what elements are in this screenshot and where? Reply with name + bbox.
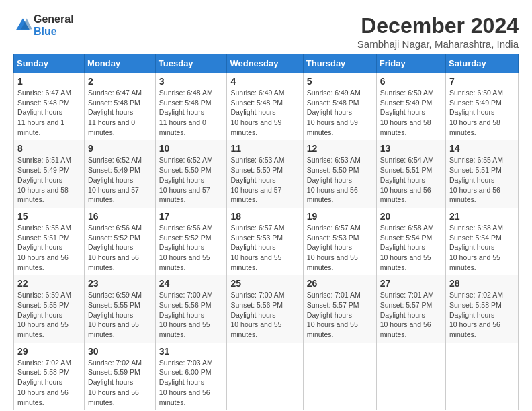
day-info: Sunrise: 6:58 AMSunset: 5:54 PMDaylight …	[380, 223, 442, 272]
day-cell-5: 5Sunrise: 6:49 AMSunset: 5:48 PMDaylight…	[303, 73, 376, 140]
day-number: 27	[380, 278, 442, 289]
day-cell-21: 21Sunrise: 6:58 AMSunset: 5:54 PMDayligh…	[446, 208, 519, 275]
day-number: 16	[88, 211, 152, 222]
day-info: Sunrise: 6:57 AMSunset: 5:53 PMDaylight …	[230, 223, 299, 272]
day-info: Sunrise: 7:02 AMSunset: 5:58 PMDaylight …	[449, 290, 515, 339]
week-row-1: 1Sunrise: 6:47 AMSunset: 5:48 PMDaylight…	[14, 73, 519, 140]
day-number: 24	[159, 278, 224, 289]
header-thursday: Thursday	[303, 54, 376, 73]
header-friday: Friday	[376, 54, 445, 73]
day-info: Sunrise: 7:02 AMSunset: 5:58 PMDaylight …	[17, 358, 81, 407]
month-title: December 2024	[357, 13, 519, 38]
day-cell-15: 15Sunrise: 6:55 AMSunset: 5:51 PMDayligh…	[14, 208, 85, 275]
day-number: 1	[17, 76, 81, 87]
calendar-container: General Blue December 2024 Sambhaji Naga…	[13, 13, 519, 410]
day-cell-29: 29Sunrise: 7:02 AMSunset: 5:58 PMDayligh…	[14, 342, 85, 410]
day-cell-19: 19Sunrise: 6:57 AMSunset: 5:53 PMDayligh…	[303, 208, 376, 275]
day-info: Sunrise: 6:52 AMSunset: 5:49 PMDaylight …	[88, 155, 152, 204]
day-number: 13	[380, 143, 442, 154]
week-row-5: 29Sunrise: 7:02 AMSunset: 5:58 PMDayligh…	[14, 342, 519, 410]
day-number: 6	[380, 76, 442, 87]
logo-icon	[13, 16, 32, 35]
day-number: 19	[307, 211, 373, 222]
calendar-header-row: SundayMondayTuesdayWednesdayThursdayFrid…	[14, 54, 519, 73]
week-row-4: 22Sunrise: 6:59 AMSunset: 5:55 PMDayligh…	[14, 275, 519, 342]
day-number: 5	[307, 76, 373, 87]
day-cell-14: 14Sunrise: 6:55 AMSunset: 5:51 PMDayligh…	[446, 140, 519, 208]
day-number: 25	[230, 278, 299, 289]
day-number: 2	[88, 76, 152, 87]
day-number: 8	[17, 143, 81, 154]
day-cell-1: 1Sunrise: 6:47 AMSunset: 5:48 PMDaylight…	[14, 73, 85, 140]
day-cell-9: 9Sunrise: 6:52 AMSunset: 5:49 PMDaylight…	[85, 140, 156, 208]
day-info: Sunrise: 6:49 AMSunset: 5:48 PMDaylight …	[230, 88, 299, 137]
day-info: Sunrise: 6:56 AMSunset: 5:52 PMDaylight …	[88, 223, 152, 272]
day-cell-27: 27Sunrise: 7:01 AMSunset: 5:57 PMDayligh…	[376, 275, 445, 342]
day-cell-12: 12Sunrise: 6:53 AMSunset: 5:50 PMDayligh…	[303, 140, 376, 208]
day-info: Sunrise: 6:53 AMSunset: 5:50 PMDaylight …	[307, 155, 373, 204]
logo-general: General	[34, 13, 74, 26]
day-cell-20: 20Sunrise: 6:58 AMSunset: 5:54 PMDayligh…	[376, 208, 445, 275]
day-info: Sunrise: 6:57 AMSunset: 5:53 PMDaylight …	[307, 223, 373, 272]
day-info: Sunrise: 6:52 AMSunset: 5:50 PMDaylight …	[159, 155, 224, 204]
header-saturday: Saturday	[446, 54, 519, 73]
day-cell-2: 2Sunrise: 6:47 AMSunset: 5:48 PMDaylight…	[85, 73, 156, 140]
day-number: 22	[17, 278, 81, 289]
day-cell-empty	[303, 342, 376, 410]
day-cell-26: 26Sunrise: 7:01 AMSunset: 5:57 PMDayligh…	[303, 275, 376, 342]
day-number: 23	[88, 278, 152, 289]
day-number: 17	[159, 211, 224, 222]
day-info: Sunrise: 7:01 AMSunset: 5:57 PMDaylight …	[380, 290, 442, 339]
day-info: Sunrise: 7:03 AMSunset: 6:00 PMDaylight …	[159, 358, 224, 407]
day-cell-18: 18Sunrise: 6:57 AMSunset: 5:53 PMDayligh…	[227, 208, 303, 275]
day-info: Sunrise: 6:47 AMSunset: 5:48 PMDaylight …	[88, 88, 152, 137]
day-info: Sunrise: 7:00 AMSunset: 5:56 PMDaylight …	[159, 290, 224, 339]
day-info: Sunrise: 7:02 AMSunset: 5:59 PMDaylight …	[88, 358, 152, 407]
day-cell-8: 8Sunrise: 6:51 AMSunset: 5:49 PMDaylight…	[14, 140, 85, 208]
day-number: 18	[230, 211, 299, 222]
header-monday: Monday	[85, 54, 156, 73]
day-number: 21	[449, 211, 515, 222]
day-number: 29	[17, 346, 81, 357]
day-info: Sunrise: 6:55 AMSunset: 5:51 PMDaylight …	[449, 155, 515, 204]
day-cell-6: 6Sunrise: 6:50 AMSunset: 5:49 PMDaylight…	[376, 73, 445, 140]
day-cell-25: 25Sunrise: 7:00 AMSunset: 5:56 PMDayligh…	[227, 275, 303, 342]
day-cell-10: 10Sunrise: 6:52 AMSunset: 5:50 PMDayligh…	[155, 140, 227, 208]
day-number: 9	[88, 143, 152, 154]
day-number: 31	[159, 346, 224, 357]
day-cell-28: 28Sunrise: 7:02 AMSunset: 5:58 PMDayligh…	[446, 275, 519, 342]
day-number: 14	[449, 143, 515, 154]
day-cell-empty	[446, 342, 519, 410]
day-cell-empty	[376, 342, 445, 410]
day-info: Sunrise: 6:48 AMSunset: 5:48 PMDaylight …	[159, 88, 224, 137]
header-wednesday: Wednesday	[227, 54, 303, 73]
day-number: 30	[88, 346, 152, 357]
day-cell-17: 17Sunrise: 6:56 AMSunset: 5:52 PMDayligh…	[155, 208, 227, 275]
day-info: Sunrise: 6:51 AMSunset: 5:49 PMDaylight …	[17, 155, 81, 204]
day-number: 20	[380, 211, 442, 222]
logo-area: General Blue	[13, 13, 74, 38]
week-row-3: 15Sunrise: 6:55 AMSunset: 5:51 PMDayligh…	[14, 208, 519, 275]
day-number: 12	[307, 143, 373, 154]
header-sunday: Sunday	[14, 54, 85, 73]
day-number: 26	[307, 278, 373, 289]
day-cell-empty	[227, 342, 303, 410]
day-info: Sunrise: 7:00 AMSunset: 5:56 PMDaylight …	[230, 290, 299, 339]
day-cell-16: 16Sunrise: 6:56 AMSunset: 5:52 PMDayligh…	[85, 208, 156, 275]
day-number: 7	[449, 76, 515, 87]
day-info: Sunrise: 6:53 AMSunset: 5:50 PMDaylight …	[230, 155, 299, 204]
day-info: Sunrise: 6:47 AMSunset: 5:48 PMDaylight …	[17, 88, 81, 137]
week-row-2: 8Sunrise: 6:51 AMSunset: 5:49 PMDaylight…	[14, 140, 519, 208]
day-info: Sunrise: 6:58 AMSunset: 5:54 PMDaylight …	[449, 223, 515, 272]
title-area: December 2024 Sambhaji Nagar, Maharashtr…	[357, 13, 519, 50]
day-info: Sunrise: 6:59 AMSunset: 5:55 PMDaylight …	[17, 290, 81, 339]
day-info: Sunrise: 6:50 AMSunset: 5:49 PMDaylight …	[449, 88, 515, 137]
day-cell-11: 11Sunrise: 6:53 AMSunset: 5:50 PMDayligh…	[227, 140, 303, 208]
header: General Blue December 2024 Sambhaji Naga…	[13, 13, 519, 50]
header-tuesday: Tuesday	[155, 54, 227, 73]
day-info: Sunrise: 6:59 AMSunset: 5:55 PMDaylight …	[88, 290, 152, 339]
day-info: Sunrise: 6:56 AMSunset: 5:52 PMDaylight …	[159, 223, 224, 272]
day-cell-4: 4Sunrise: 6:49 AMSunset: 5:48 PMDaylight…	[227, 73, 303, 140]
day-number: 15	[17, 211, 81, 222]
logo-text: General Blue	[34, 13, 74, 38]
